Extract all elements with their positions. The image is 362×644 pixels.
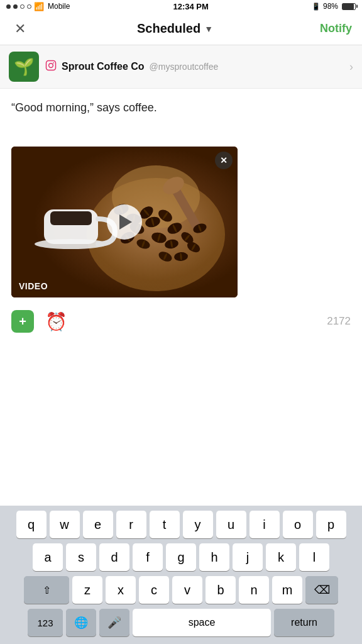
nav-bar: ✕ Scheduled ▼ Notify — [0, 13, 362, 45]
key-c[interactable]: c — [139, 576, 169, 604]
signal-dot-1 — [6, 4, 11, 9]
account-name: Sprout Coffee Co — [62, 61, 145, 72]
return-key[interactable]: return — [274, 609, 334, 636]
account-info: Sprout Coffee Co @mysproutcoffee — [45, 60, 343, 74]
svg-point-2 — [53, 62, 54, 64]
key-q[interactable]: q — [16, 511, 47, 538]
dropdown-arrow-icon[interactable]: ▼ — [204, 24, 213, 34]
key-z[interactable]: z — [72, 576, 102, 604]
keyboard-row-2: a s d f g h j k l — [3, 543, 359, 571]
keyboard: q w e r t y u i o p a s d f g h j k l ⇧ … — [0, 506, 362, 644]
video-thumbnail[interactable]: ✕ VIDEO — [11, 147, 238, 297]
key-y[interactable]: y — [183, 511, 213, 538]
key-u[interactable]: u — [216, 511, 246, 538]
key-e[interactable]: e — [83, 511, 113, 538]
space-key[interactable]: space — [133, 609, 271, 636]
svg-rect-0 — [47, 61, 56, 70]
keyboard-row-3: ⇧ z x c v b n m ⌫ — [3, 576, 359, 604]
key-b[interactable]: b — [206, 576, 236, 604]
key-l[interactable]: l — [299, 543, 329, 571]
battery-icon — [342, 3, 356, 10]
close-button[interactable]: ✕ — [10, 21, 30, 37]
status-left: 📶 Mobile — [6, 2, 70, 11]
add-media-button[interactable]: + — [11, 310, 34, 333]
signal-dot-3 — [20, 4, 25, 9]
svg-rect-42 — [50, 211, 92, 225]
post-content-area[interactable]: “Good morning,” says coffee. — [0, 89, 362, 139]
svg-point-1 — [49, 64, 53, 68]
key-v[interactable]: v — [172, 576, 202, 604]
battery-percent: 98% — [323, 2, 338, 11]
backspace-key[interactable]: ⌫ — [305, 576, 338, 604]
key-k[interactable]: k — [266, 543, 296, 571]
key-p[interactable]: p — [316, 511, 346, 538]
key-x[interactable]: x — [106, 576, 136, 604]
status-bar: 📶 Mobile 12:34 PM 📱 98% — [0, 0, 362, 13]
play-button[interactable] — [107, 204, 142, 240]
bluetooth-icon: 📱 — [312, 3, 321, 11]
instagram-icon — [45, 60, 57, 74]
nav-title-text: Scheduled — [137, 21, 200, 36]
key-a[interactable]: a — [33, 543, 63, 571]
key-f[interactable]: f — [133, 543, 163, 571]
nav-title: Scheduled ▼ — [137, 21, 213, 36]
status-time: 12:34 PM — [173, 2, 208, 11]
keyboard-row-1: q w e r t y u i o p — [3, 511, 359, 538]
shift-key[interactable]: ⇧ — [24, 576, 69, 604]
key-j[interactable]: j — [233, 543, 263, 571]
video-label: VIDEO — [19, 281, 48, 291]
post-text[interactable]: “Good morning,” says coffee. — [11, 100, 351, 116]
carrier-label: Mobile — [48, 2, 70, 11]
key-n[interactable]: n — [239, 576, 269, 604]
key-s[interactable]: s — [66, 543, 96, 571]
key-g[interactable]: g — [166, 543, 196, 571]
key-w[interactable]: w — [50, 511, 80, 538]
char-count: 2172 — [327, 315, 351, 328]
remove-video-button[interactable]: ✕ — [215, 152, 233, 169]
status-right: 📱 98% — [312, 2, 356, 11]
key-d[interactable]: d — [99, 543, 129, 571]
globe-key[interactable]: 🌐 — [66, 609, 96, 636]
signal-dot-2 — [13, 4, 18, 9]
signal-dot-4 — [27, 4, 31, 9]
keyboard-row-4: 123 🌐 🎤 space return — [3, 609, 359, 636]
wifi-icon: 📶 — [34, 2, 44, 11]
toolbar: + ⏰ 2172 — [0, 303, 362, 340]
avatar-plant-icon: 🌱 — [14, 57, 34, 77]
numbers-key[interactable]: 123 — [28, 609, 63, 636]
key-t[interactable]: t — [150, 511, 180, 538]
account-row[interactable]: 🌱 Sprout Coffee Co @mysproutcoffee › — [0, 45, 362, 89]
play-icon — [119, 214, 132, 230]
notify-button[interactable]: Notify — [320, 22, 352, 35]
microphone-key[interactable]: 🎤 — [99, 609, 129, 636]
account-chevron-icon: › — [349, 60, 353, 74]
key-i[interactable]: i — [250, 511, 280, 538]
key-o[interactable]: o — [283, 511, 313, 538]
key-r[interactable]: r — [116, 511, 146, 538]
key-m[interactable]: m — [272, 576, 302, 604]
key-h[interactable]: h — [199, 543, 229, 571]
avatar: 🌱 — [9, 52, 39, 82]
schedule-button[interactable]: ⏰ — [45, 311, 67, 332]
account-handle: @mysproutcoffee — [150, 62, 219, 72]
toolbar-left: + ⏰ — [11, 310, 67, 333]
